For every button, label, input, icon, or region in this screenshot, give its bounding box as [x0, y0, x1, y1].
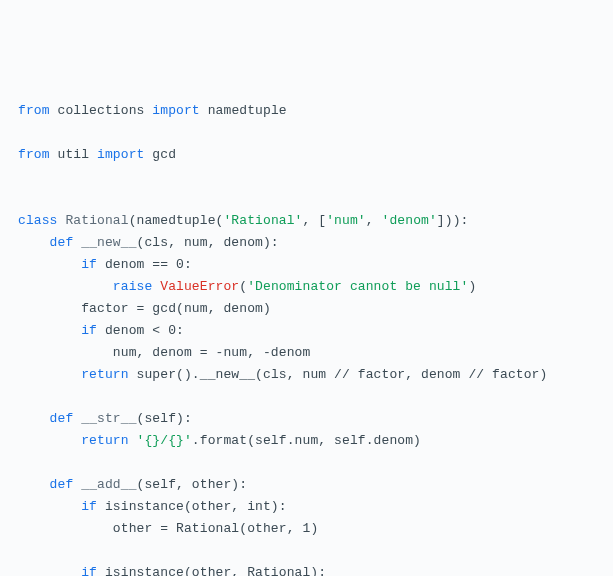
keyword-def: def: [50, 477, 74, 492]
string-denom-null: 'Denominator cannot be null': [247, 279, 468, 294]
class-rational: Rational: [65, 213, 128, 228]
keyword-if: if: [81, 565, 97, 576]
params-add: (self, other):: [137, 477, 248, 492]
string-format: '{}/{}': [137, 433, 192, 448]
keyword-def: def: [50, 411, 74, 426]
module-collections: collections: [58, 103, 145, 118]
string-rational: 'Rational': [223, 213, 302, 228]
params-str: (self):: [137, 411, 192, 426]
cond-denom-zero: denom ==: [105, 257, 176, 272]
keyword-raise: raise: [113, 279, 153, 294]
import-namedtuple: namedtuple: [208, 103, 287, 118]
call-isinstance: isinstance: [105, 565, 184, 576]
keyword-if: if: [81, 499, 97, 514]
keyword-return: return: [81, 367, 128, 382]
line-negate: num, denom = -num, -denom: [113, 345, 311, 360]
call-isinstance: isinstance: [105, 499, 184, 514]
call-format: .format(self.num, self.denom): [192, 433, 421, 448]
method-new: __new__: [81, 235, 136, 250]
number-zero: 0: [168, 323, 176, 338]
call-super-new: ().__new__(cls, num // factor, denom // …: [176, 367, 547, 382]
keyword-if: if: [81, 323, 97, 338]
keyword-if: if: [81, 257, 97, 272]
keyword-class: class: [18, 213, 58, 228]
call-isinst-int: (other, int):: [184, 499, 287, 514]
exception-valueerror: ValueError: [160, 279, 239, 294]
method-str: __str__: [81, 411, 136, 426]
keyword-import: import: [97, 147, 144, 162]
string-denom: 'denom': [382, 213, 437, 228]
keyword-import: import: [152, 103, 199, 118]
call-super: super: [137, 367, 177, 382]
keyword-from: from: [18, 147, 50, 162]
code-block: from collections import namedtuple from …: [18, 100, 595, 576]
module-util: util: [58, 147, 90, 162]
keyword-from: from: [18, 103, 50, 118]
import-gcd: gcd: [152, 147, 176, 162]
number-one: 1: [302, 521, 310, 536]
line-other-rational: other = Rational(other,: [113, 521, 303, 536]
method-add: __add__: [81, 477, 136, 492]
base-namedtuple: namedtuple: [137, 213, 216, 228]
keyword-return: return: [81, 433, 128, 448]
call-isinst-rational: (other, Rational):: [184, 565, 326, 576]
cond-denom-neg: denom <: [105, 323, 168, 338]
line-factor: factor = gcd(num, denom): [81, 301, 271, 316]
string-num: 'num': [326, 213, 366, 228]
number-zero: 0: [176, 257, 184, 272]
params-new: (cls, num, denom):: [137, 235, 279, 250]
keyword-def: def: [50, 235, 74, 250]
